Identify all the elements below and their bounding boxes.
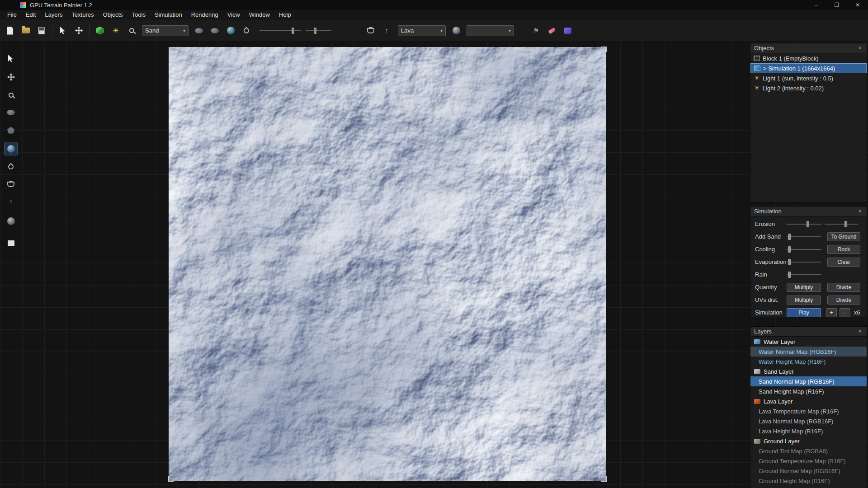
droplet-brush-button[interactable] [241,25,252,37]
close-icon[interactable]: ✕ [857,208,863,214]
menu-window[interactable]: Window [245,10,274,20]
brush-strength-slider[interactable] [306,27,331,34]
layer-map-sand-normal[interactable]: Sand Normal Map (RGB16F) [750,376,867,386]
menu-help[interactable]: Help [274,10,296,20]
menu-view[interactable]: View [223,10,245,20]
droplet-tool[interactable] [5,160,17,173]
menu-layers[interactable]: Layers [40,10,67,20]
erosion-slider-1[interactable] [787,221,821,228]
close-icon[interactable]: ✕ [857,328,863,334]
rain-slider[interactable] [787,271,821,278]
move-tool-button[interactable] [73,25,84,37]
light-tool-button[interactable]: ☀ [110,25,121,37]
move-tool[interactable] [5,70,17,83]
pointer-tool[interactable] [5,52,17,65]
menu-simulation[interactable]: Simulation [150,10,187,20]
brush-shape-button-2[interactable] [209,25,220,37]
globe-tool-button[interactable] [451,25,462,37]
play-button[interactable]: Play [787,308,821,317]
ellipse-tool[interactable] [5,106,17,119]
quantity-divide-button[interactable]: Divide [827,283,860,292]
new-file-icon [7,27,13,35]
raise-tool-button[interactable]: ↑ [381,25,392,37]
menu-file[interactable]: File [3,10,21,20]
uvs-divide-button[interactable]: Divide [827,296,860,305]
canvas-corner-handle[interactable] [168,476,174,482]
raise-tool[interactable]: ↑ [5,196,17,208]
polygon-tool[interactable] [5,124,17,136]
layer-item-sand[interactable]: Sand Layer [750,366,867,376]
rock-button[interactable]: Rock [827,245,860,254]
sphere-tool[interactable] [5,142,17,155]
step-minus-button[interactable]: - [840,308,850,317]
paint-tool-button[interactable] [547,25,557,37]
terrain-viewport[interactable] [169,47,606,481]
layers-tool[interactable] [5,237,17,249]
object-item-light2[interactable]: ☀ Light 2 (intensity : 0.02) [750,83,867,93]
block-tool-button[interactable] [94,25,105,37]
menu-edit[interactable]: Edit [21,10,40,20]
add-sand-slider[interactable] [787,233,821,240]
layer-item-ground[interactable]: Ground Layer [750,436,867,446]
slider-thumb[interactable] [844,221,847,227]
brush-material-select[interactable]: Sand ▾ [142,25,189,36]
object-item-simulation[interactable]: > Simulation 1 (1664x1664) [750,63,867,73]
sphere-icon [7,145,15,153]
picker-tool[interactable] [5,89,17,101]
new-file-button[interactable] [5,25,15,37]
minimize-button[interactable]: – [806,0,826,10]
erosion-slider-2[interactable] [825,221,858,228]
layer-map-ground-temperature[interactable]: Ground Temperature Map (R16F) [750,456,867,466]
layer-map-lava-height[interactable]: Lava Height Map (R16F) [750,426,867,436]
globe-tool[interactable] [5,215,17,227]
layer-map-ground-height[interactable]: Ground Height Map (R16F) [750,476,867,486]
pour-tool[interactable] [5,178,17,191]
evaporation-slider[interactable] [787,258,821,266]
menu-tools[interactable]: Tools [127,10,150,20]
layer-item-lava[interactable]: Lava Layer [750,396,867,406]
step-plus-button[interactable]: + [826,308,837,317]
slider-thumb[interactable] [788,272,791,278]
slider-thumb[interactable] [788,234,791,240]
pointer-tool-button[interactable] [57,25,68,37]
brush-shape-button-1[interactable] [193,25,204,37]
to-ground-button[interactable]: To Ground [827,232,860,241]
save-button[interactable] [36,25,47,37]
cooling-slider[interactable] [787,246,821,253]
slider-thumb[interactable] [292,28,294,34]
close-icon[interactable]: ✕ [857,45,863,51]
clear-button[interactable]: Clear [827,258,860,267]
maximize-button[interactable]: ❐ [826,0,847,10]
slider-thumb[interactable] [314,28,316,34]
canvas-corner-handle[interactable] [601,47,607,52]
layer-map-lava-temperature[interactable]: Lava Temperature Map (R16F) [750,406,867,416]
layer-map-sand-height[interactable]: Sand Height Map (R16F) [750,386,867,396]
pour-tool-button[interactable] [365,25,376,37]
uvs-multiply-button[interactable]: Multiply [787,296,821,305]
menu-rendering[interactable]: Rendering [187,10,223,20]
object-item-block[interactable]: Block 1 (EmptyBlock) [750,53,867,63]
layer-map-ground-normal[interactable]: Ground Normal Map (RGB16F) [750,466,867,476]
object-item-light1[interactable]: ☀ Light 1 (sun, intensity : 0.5) [750,73,867,83]
open-file-button[interactable] [20,25,31,37]
picker-tool-button[interactable] [126,25,137,37]
brush-size-slider[interactable] [259,27,301,34]
flow-material-select[interactable]: Lava ▾ [398,25,446,36]
layer-item-water[interactable]: Water Layer [750,337,867,347]
menu-textures[interactable]: Textures [67,10,98,20]
sphere-brush-button[interactable] [225,25,236,37]
slider-thumb[interactable] [788,246,791,253]
flag-tool-button[interactable]: ⚑ [531,25,542,37]
slider-thumb[interactable] [807,221,809,227]
menu-objects[interactable]: Objects [99,10,127,20]
quantity-multiply-button[interactable]: Multiply [787,283,821,292]
layer-map-water-height[interactable]: Water Height Map (R16F) [750,357,867,366]
layer-map-water-normal[interactable]: Water Normal Map (RGB16F) [750,347,867,357]
close-button[interactable]: ✕ [847,0,868,10]
extra-select[interactable]: ▾ [467,25,514,36]
material-editor-button[interactable] [562,25,573,37]
canvas-corner-handle[interactable] [601,476,607,482]
layer-map-ground-tint[interactable]: Ground Tint Map (RGBA8) [750,446,867,456]
layer-map-lava-normal[interactable]: Lava Normal Map (RGB16F) [750,416,867,426]
slider-thumb[interactable] [788,259,791,265]
